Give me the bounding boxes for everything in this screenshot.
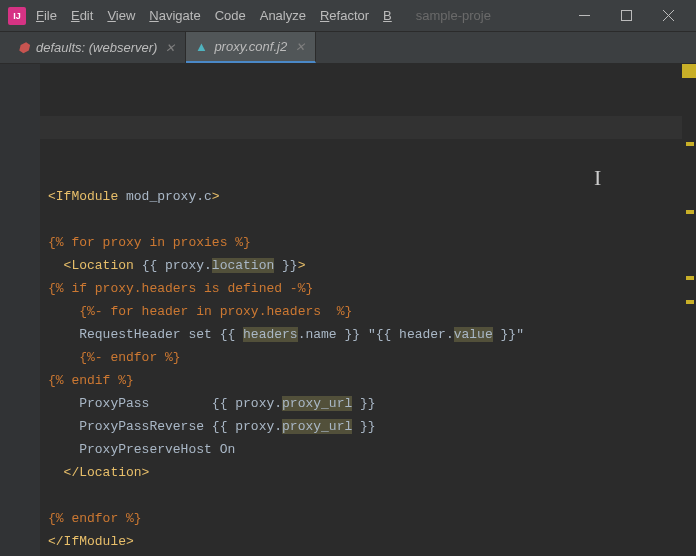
code-token: {{ proxy. xyxy=(212,419,282,434)
code-token: </Location> xyxy=(48,465,149,480)
code-token: {% endfor %} xyxy=(48,511,142,526)
warning-marker[interactable] xyxy=(686,300,694,304)
text-caret: I xyxy=(594,166,595,186)
code-warning: proxy_url xyxy=(282,396,352,411)
tab-bar: ⬢ defaults: (webserver) ✕ ▲ proxy.conf.j… xyxy=(0,32,696,64)
code-token: }} xyxy=(493,327,516,342)
tab-label: defaults: (webserver) xyxy=(36,40,157,55)
code-token: ProxyPreserveHost On xyxy=(48,442,235,457)
svg-rect-1 xyxy=(621,11,631,21)
gutter[interactable] xyxy=(0,64,40,556)
project-name: sample-proje xyxy=(416,8,491,23)
close-button[interactable] xyxy=(648,2,688,30)
code-token: .name }} xyxy=(298,327,360,342)
maximize-button[interactable] xyxy=(606,2,646,30)
yaml-file-icon: ⬢ xyxy=(16,41,30,55)
code-editor[interactable]: I <IfModule mod_proxy.c> {% for proxy in… xyxy=(40,64,682,556)
menu-view[interactable]: View xyxy=(107,8,135,23)
marker-stripe[interactable] xyxy=(682,64,696,556)
code-token: RequestHeader set xyxy=(48,327,220,342)
code-token: " xyxy=(516,327,524,342)
tab-close-icon[interactable]: ✕ xyxy=(293,40,307,54)
close-icon xyxy=(663,10,674,21)
menu-refactor[interactable]: Refactor xyxy=(320,8,369,23)
code-token: ProxyPass xyxy=(48,396,212,411)
code-token: }} xyxy=(352,396,375,411)
code-content: <IfModule mod_proxy.c> {% for proxy in p… xyxy=(48,162,674,556)
analysis-indicator[interactable] xyxy=(682,64,696,78)
menu-navigate[interactable]: Navigate xyxy=(149,8,200,23)
code-warning: headers xyxy=(243,327,298,342)
title-bar: IJ File Edit View Navigate Code Analyze … xyxy=(0,0,696,32)
code-token: </IfModule> xyxy=(48,534,134,549)
code-token: {{ proxy. xyxy=(212,396,282,411)
menu-edit[interactable]: Edit xyxy=(71,8,93,23)
menu-edit-label: dit xyxy=(80,8,94,23)
warning-marker[interactable] xyxy=(686,276,694,280)
tab-proxy-conf[interactable]: ▲ proxy.conf.j2 ✕ xyxy=(186,32,316,63)
tab-defaults-webserver[interactable]: ⬢ defaults: (webserver) ✕ xyxy=(8,32,186,63)
menu-code[interactable]: Code xyxy=(215,8,246,23)
maximize-icon xyxy=(621,10,632,21)
warning-marker[interactable] xyxy=(686,210,694,214)
code-token: }} xyxy=(352,419,375,434)
code-token: <IfModule xyxy=(48,189,126,204)
code-token: " xyxy=(360,327,376,342)
code-warning: proxy_url xyxy=(282,419,352,434)
editor-area: I <IfModule mod_proxy.c> {% for proxy in… xyxy=(0,64,696,556)
menu-refactor-label: efactor xyxy=(329,8,369,23)
code-token: > xyxy=(298,258,306,273)
menu-build[interactable]: B xyxy=(383,8,392,23)
code-warning: location xyxy=(212,258,274,273)
code-token: {% endif %} xyxy=(48,373,134,388)
caret-line xyxy=(40,116,682,139)
code-token: {{ xyxy=(220,327,243,342)
tab-close-icon[interactable]: ✕ xyxy=(163,41,177,55)
minimize-icon xyxy=(579,15,590,16)
code-token: mod_proxy.c xyxy=(126,189,212,204)
jinja-file-icon: ▲ xyxy=(194,40,208,54)
code-token: }} xyxy=(274,258,297,273)
menu-file[interactable]: File xyxy=(36,8,57,23)
code-token: {%- endfor %} xyxy=(48,350,181,365)
minimize-button[interactable] xyxy=(564,2,604,30)
warning-marker[interactable] xyxy=(686,142,694,146)
code-token: {% if proxy.headers is defined -%} xyxy=(48,281,313,296)
code-token: ProxyPassReverse xyxy=(48,419,212,434)
window-controls xyxy=(564,2,688,30)
menu-navigate-label: avigate xyxy=(159,8,201,23)
menu-view-label: iew xyxy=(116,8,136,23)
code-token: <Location xyxy=(48,258,142,273)
code-warning: value xyxy=(454,327,493,342)
code-token: {%- for header in proxy.headers %} xyxy=(48,304,352,319)
menu-file-label: ile xyxy=(44,8,57,23)
app-icon: IJ xyxy=(8,7,26,25)
menu-bar: File Edit View Navigate Code Analyze Ref… xyxy=(36,8,491,23)
code-token: {{ proxy. xyxy=(142,258,212,273)
code-token: > xyxy=(212,189,220,204)
tab-label: proxy.conf.j2 xyxy=(214,39,287,54)
code-token: {{ header. xyxy=(376,327,454,342)
menu-analyze[interactable]: Analyze xyxy=(260,8,306,23)
code-token: {% for proxy in proxies %} xyxy=(48,235,251,250)
